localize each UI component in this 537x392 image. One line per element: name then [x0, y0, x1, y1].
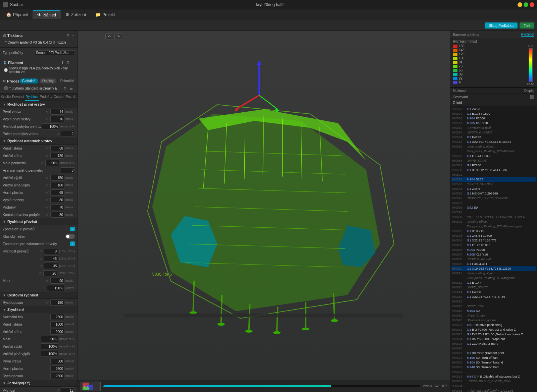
p2-reset[interactable]: ↺: [40, 257, 42, 261]
slice-button[interactable]: Slicuj Podložku: [485, 22, 518, 29]
gcode-line-13[interactable]: 980591: [451, 172, 536, 177]
supports-input[interactable]: [50, 204, 64, 210]
accel-header[interactable]: ▼ Zrychlení: [0, 306, 78, 313]
outer-wall-input[interactable]: [50, 145, 64, 151]
gcode-line-31[interactable]: 980609G1 F3404.381: [451, 262, 536, 266]
process-menu-btn2[interactable]: ☰: [69, 86, 74, 91]
gcode-line-42[interactable]: 980620;Filament end gcode: [451, 318, 536, 323]
layer-progress-bar[interactable]: [103, 385, 420, 387]
contact-layer-reset[interactable]: ↺: [46, 213, 49, 217]
gcode-line-48[interactable]: 980626: [451, 346, 536, 351]
close-btn[interactable]: [530, 2, 534, 7]
jerk-header[interactable]: ▼ Jerk-Ryv(XY): [0, 380, 78, 387]
gcode-line-55[interactable]: 980633; EXECUTABLE_BLOCK_END: [451, 379, 536, 384]
inner-wall-reset[interactable]: ↺: [46, 154, 49, 158]
most-reset[interactable]: ↺: [46, 279, 49, 283]
gcode-line-39[interactable]: 980617;WIPE_END: [451, 304, 536, 309]
p4-reset[interactable]: ↺: [39, 272, 42, 275]
pevnost-tab[interactable]: Pevnost: [11, 94, 25, 101]
gcode-line-46[interactable]: 980624G1 X5 Y5 F3000 ;Wipe out: [451, 337, 536, 341]
gcode-line-30[interactable]: 980608;TYPE:Outer wall: [451, 257, 536, 262]
gcode-line-24[interactable]: 980602G1 X10 Y10: [451, 229, 536, 233]
top-surface-reset[interactable]: ↺: [46, 191, 49, 194]
other-layers-header[interactable]: ▼ Rychlost ostatních vrstev: [0, 137, 78, 145]
gcode-line-36[interactable]: 980614G1 F4080: [451, 290, 536, 294]
gcode-line-9[interactable]: 980587G1 E-1.44 F1800: [451, 154, 536, 158]
orientation-cube[interactable]: X Y Z: [81, 382, 101, 391]
p1-reset[interactable]: ↺: [40, 249, 42, 253]
solid-infill-reset[interactable]: ↺: [46, 183, 49, 187]
gcode-content[interactable]: 980578G1 Z48.3980579G1 E1.75 F1800980580…: [450, 106, 537, 392]
slow-overhang-check[interactable]: ✓: [70, 227, 75, 231]
p2-input[interactable]: [44, 256, 58, 262]
filament-import-btn[interactable]: ⬆: [60, 60, 65, 65]
gcode-line-23[interactable]: 980601;printing object Two_pices_Paintin…: [451, 219, 536, 229]
undo-button[interactable]: ↶: [105, 34, 113, 40]
gcode-line-54[interactable]: 980632M84 X Y E ;Disable all steppers bu…: [451, 374, 536, 379]
gcode-line-44[interactable]: 980622G1 E-2 F2700 ;Retract and raise Z: [451, 327, 536, 332]
advanced-tab[interactable]: Pokročilé: [58, 78, 77, 83]
process-settings-btn[interactable]: ⚙: [63, 86, 67, 91]
gap-fill-reset[interactable]: ↺: [46, 198, 49, 202]
printer-settings-btn[interactable]: ⚙: [66, 33, 70, 38]
process-header[interactable]: ⚙ Proces Globálně Objekty Pokročilé ☰: [0, 77, 78, 85]
gcode-line-45[interactable]: 980623G1 E-2 Z0.2 F2400 ;Retract and rai…: [451, 332, 536, 337]
rychloposun-reset[interactable]: ↺: [46, 301, 49, 304]
gcode-line-34[interactable]: 980612G1 E-1.44: [451, 280, 536, 285]
slow-layers-reset[interactable]: ↺: [56, 132, 59, 136]
gcode-line-41[interactable]: 980619;Type: Custom: [451, 313, 536, 318]
p1-input[interactable]: [44, 248, 58, 254]
inner-infill-reset[interactable]: ↺: [46, 176, 49, 180]
tab-zarizeni[interactable]: ⚙ Zařízení: [61, 11, 91, 18]
printer-header[interactable]: 🖨 Tiskárna ⚙ +: [0, 32, 78, 39]
gcode-line-5[interactable]: 980583;WIDTH:0.459933: [451, 130, 536, 135]
outer-wall-reset[interactable]: ↺: [46, 147, 49, 150]
global-tab[interactable]: Globálně: [19, 78, 38, 83]
small-perimeters-input[interactable]: [45, 160, 59, 166]
gcode-line-49[interactable]: 980627G1 X0 Y220 ;Present print: [451, 351, 536, 355]
solid-infill-accel-input[interactable]: [41, 351, 58, 357]
supports-reset[interactable]: ↺: [46, 206, 49, 209]
filament-header[interactable]: 🧵 Filament ⬆ ⚙ +: [0, 59, 78, 66]
print-button[interactable]: Tisk: [520, 22, 534, 29]
redo-button[interactable]: ↷: [114, 34, 122, 40]
tab-projekt[interactable]: 📁 Projekt: [91, 11, 119, 18]
normal-print-input[interactable]: [50, 314, 64, 320]
top-surface-accel-input[interactable]: [50, 366, 64, 372]
gcode-line-32[interactable]: 980610G1 X19.263 Y153.771 E.12329: [451, 266, 536, 271]
gcode-line-19[interactable]: 980597: [451, 201, 536, 205]
gcode-line-38[interactable]: 980616: [451, 299, 536, 304]
gap-fill-input[interactable]: [50, 197, 64, 203]
gcode-line-1[interactable]: 980579G1 E1.75 F1800: [451, 111, 536, 116]
ostatni-tab[interactable]: Ostatní: [53, 94, 65, 101]
bed-type-dropdown[interactable]: Smooth PEI Podložka / High Temp P...: [35, 50, 75, 55]
inner-infill-accel-input[interactable]: [41, 343, 58, 349]
gcode-line-6[interactable]: 980584G1 F4123: [451, 135, 536, 139]
filament-add-btn[interactable]: +: [71, 60, 75, 65]
outer-wall-accel-input[interactable]: [50, 321, 64, 327]
gcode-line-16[interactable]: 980594G1 Z48.6: [451, 186, 536, 191]
gcode-line-22[interactable]: 980600;SET_FAN_SPEED_CHANGING_LAYER: [451, 215, 536, 219]
first-layer-reset[interactable]: ↺: [46, 110, 49, 114]
gcode-line-40[interactable]: 980618M104 S0: [451, 309, 536, 313]
gcode-line-53[interactable]: 980631: [451, 370, 536, 374]
printer-add-btn[interactable]: +: [71, 33, 75, 38]
gcode-line-37[interactable]: 980615G1 X22.23 Y153.771 E-.36: [451, 294, 536, 299]
maximize-btn[interactable]: [524, 2, 528, 7]
gcode-line-21[interactable]: 980599: [451, 210, 536, 215]
gcode-line-14[interactable]: 980592M104 S255: [451, 177, 536, 182]
slow-loop-check[interactable]: ✓: [70, 241, 75, 246]
first-layer-speed-reset[interactable]: ↺: [46, 117, 49, 121]
first-layer-input[interactable]: [50, 109, 64, 115]
gcode-line-35[interactable]: 980613;WIPE_START: [451, 285, 536, 290]
bridge-accel-input[interactable]: [41, 336, 58, 342]
classic-mode-switch[interactable]: [65, 234, 75, 239]
gcode-line-10[interactable]: 980588;WIPE_START: [451, 158, 536, 163]
gcode-line-20[interactable]: 980598G92 E0: [451, 205, 536, 210]
gcode-line-28[interactable]: 980606M204 P1000: [451, 247, 536, 252]
gcode-line-57[interactable]: 980635; Filament used [mm] = 17221.95: [451, 388, 536, 392]
gcode-line-7[interactable]: 980585G1 X22.491 Y153.414 E.15371: [451, 139, 536, 144]
inner-wall-input[interactable]: [50, 153, 64, 159]
travel-accel-input[interactable]: [50, 373, 64, 379]
filament-settings-btn[interactable]: ⚙: [66, 60, 70, 65]
